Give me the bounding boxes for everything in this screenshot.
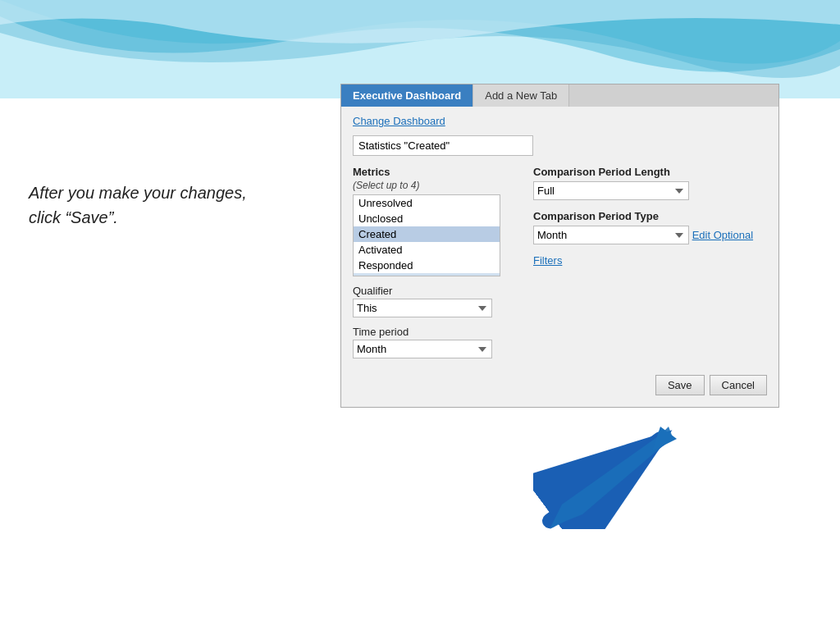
tab-add-new-tab[interactable]: Add a New Tab xyxy=(473,84,569,107)
list-item[interactable]: Unclosed xyxy=(354,211,500,226)
metrics-label: Metrics xyxy=(353,166,517,178)
left-column: Metrics (Select up to 4) Unresolved Uncl… xyxy=(353,166,517,358)
time-period-group: Time period Month Week Day Year xyxy=(353,326,517,358)
time-period-label: Time period xyxy=(353,326,517,338)
list-item[interactable]: Activated xyxy=(354,242,500,258)
list-item[interactable]: Created xyxy=(354,226,500,242)
save-button[interactable]: Save xyxy=(655,375,705,395)
time-period-select[interactable]: Month Week Day Year xyxy=(353,340,492,358)
button-row: Save Cancel xyxy=(353,370,767,395)
blue-arrow-indicator xyxy=(533,422,681,532)
metrics-listbox[interactable]: Unresolved Unclosed Created Activated Re… xyxy=(353,194,500,276)
qualifier-group: Qualifier This Last Next xyxy=(353,285,517,317)
list-item[interactable]: Responded xyxy=(354,258,500,273)
list-item[interactable]: Unresolved xyxy=(354,195,500,211)
metrics-sublabel: (Select up to 4) xyxy=(353,180,517,191)
right-column: Comparison Period Length Full Half Quart… xyxy=(533,166,767,358)
list-item[interactable]: Active xyxy=(354,273,500,276)
comparison-period-length-label: Comparison Period Length xyxy=(533,166,767,178)
svg-marker-3 xyxy=(550,427,673,529)
qualifier-select[interactable]: This Last Next xyxy=(353,299,492,317)
panel-body: Change Dashboard Metrics (Select up to 4… xyxy=(341,107,778,407)
change-dashboard-link[interactable]: Change Dashboard xyxy=(353,115,767,127)
statistics-input[interactable] xyxy=(353,135,533,156)
comparison-period-type-label: Comparison Period Type xyxy=(533,210,767,222)
two-col-layout: Metrics (Select up to 4) Unresolved Uncl… xyxy=(353,166,767,358)
instruction-text: After you make your changes, click “Save… xyxy=(29,180,247,230)
dialog-panel: Executive Dashboard Add a New Tab Change… xyxy=(340,84,779,408)
tab-executive-dashboard[interactable]: Executive Dashboard xyxy=(341,84,473,107)
tab-bar: Executive Dashboard Add a New Tab xyxy=(341,84,778,107)
qualifier-label: Qualifier xyxy=(353,285,517,297)
comparison-period-type-select[interactable]: Month Week Day Year xyxy=(533,226,689,244)
cancel-button[interactable]: Cancel xyxy=(710,375,767,395)
comparison-period-length-select[interactable]: Full Half Quarter xyxy=(533,181,689,200)
